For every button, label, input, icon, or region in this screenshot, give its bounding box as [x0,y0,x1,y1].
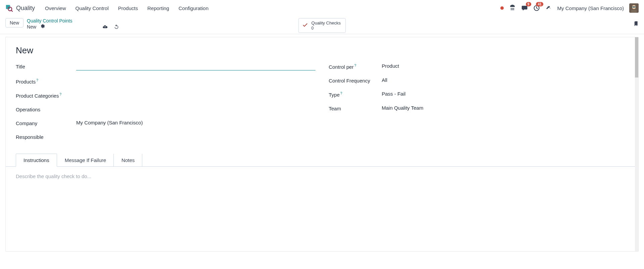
company-field[interactable]: My Company (San Francisco) [76,120,315,125]
messages-icon[interactable]: 9 [521,5,528,11]
tab-message-if-failure[interactable]: Message If Failure [57,154,114,167]
svg-rect-6 [511,9,512,10]
activities-badge: 41 [536,2,543,6]
type-field[interactable]: Pass - Fail [382,91,629,97]
help-icon[interactable]: ? [354,64,356,67]
row-type: Type? Pass - Fail [329,91,629,98]
nav-configuration[interactable]: Configuration [175,3,212,13]
apps-icon[interactable] [509,5,516,11]
form-grid: Title Products? Product Categories? Oper… [16,63,628,147]
label-responsible: Responsible [16,133,76,140]
check-icon [302,22,308,29]
help-icon[interactable]: ? [340,92,342,95]
new-button[interactable]: New [5,18,23,28]
messages-badge: 9 [526,2,531,6]
label-products: Products? [16,78,76,85]
label-title: Title [16,63,76,69]
nav-quality-control[interactable]: Quality Control [71,3,113,13]
row-team: Team Main Quality Team [329,105,629,111]
control-per-field[interactable]: Product [382,63,629,69]
app-name[interactable]: Quality [16,5,35,12]
svg-rect-13 [632,7,634,8]
breadcrumb: Quality Control Points New [27,18,72,30]
label-team: Team [329,105,382,111]
tab-notes[interactable]: Notes [114,154,142,167]
cloud-upload-icon[interactable] [102,24,108,31]
row-title: Title [16,63,315,70]
team-field[interactable]: Main Quality Team [382,105,629,111]
stat-text: Quality Checks 0 [311,20,341,31]
label-control-per: Control per? [329,63,382,70]
stat-count: 0 [311,26,341,31]
scrollbar-thumb[interactable] [635,37,638,77]
nav-reporting[interactable]: Reporting [143,3,173,13]
quality-checks-stat[interactable]: Quality Checks 0 [298,18,346,33]
instructions-editor[interactable]: Describe the quality check to do... [16,173,628,179]
svg-rect-8 [513,9,514,10]
sheet-wrap: New Title Products? Product Categories? … [0,34,644,254]
tab-instructions[interactable]: Instructions [16,154,57,167]
user-avatar[interactable] [629,3,639,13]
row-operations: Operations [16,106,315,112]
tab-pane-instructions: Describe the quality check to do... [16,167,628,186]
activities-icon[interactable]: 41 [533,5,540,11]
row-control-per: Control per? Product [329,63,629,70]
gear-icon[interactable] [40,23,45,30]
tools-icon[interactable] [545,5,552,11]
nav-left: Quality Overview Quality Control Product… [5,3,212,13]
svg-rect-5 [513,8,514,9]
help-icon[interactable]: ? [36,78,38,82]
app-icon[interactable] [5,4,13,12]
tab-bar: Instructions Message If Failure Notes [6,153,638,167]
label-operations: Operations [16,106,76,112]
row-responsible: Responsible [16,133,315,140]
page-title: New [16,45,628,56]
control-frequency-field[interactable]: All [382,77,629,83]
form-sheet: New Title Products? Product Categories? … [5,37,639,252]
presence-indicator-icon [500,6,504,10]
row-product-categories: Product Categories? [16,92,315,99]
label-control-frequency: Control Frequency [329,77,382,84]
nav-overview[interactable]: Overview [41,3,70,13]
sheet-scrollbar[interactable] [635,37,638,251]
label-product-categories: Product Categories? [16,92,76,99]
control-bar: New Quality Control Points New Quality C… [0,16,644,34]
breadcrumb-parent-link[interactable]: Quality Control Points [27,18,72,23]
nav-right: 9 41 My Company (San Francisco) [500,3,639,13]
title-input[interactable] [76,63,315,70]
row-control-frequency: Control Frequency All [329,77,629,84]
company-selector[interactable]: My Company (San Francisco) [557,5,624,11]
discard-icon[interactable] [114,24,119,31]
bookmark-icon[interactable] [633,20,639,28]
help-icon[interactable]: ? [59,93,61,96]
svg-rect-15 [631,10,637,13]
svg-rect-14 [634,7,636,8]
nav-products[interactable]: Products [114,3,142,13]
form-right-col: Control per? Product Control Frequency A… [329,63,629,147]
stat-label: Quality Checks [311,20,341,26]
svg-rect-7 [512,9,513,10]
row-company: Company My Company (San Francisco) [16,120,315,126]
svg-line-2 [11,10,12,11]
breadcrumb-current: New [27,24,36,30]
form-left-col: Title Products? Product Categories? Oper… [16,63,315,147]
save-status [102,24,119,31]
navbar: Quality Overview Quality Control Product… [0,0,644,16]
row-products: Products? [16,78,315,85]
svg-rect-4 [512,8,513,9]
label-company: Company [16,120,76,126]
label-type: Type? [329,91,382,98]
svg-rect-3 [511,8,512,9]
